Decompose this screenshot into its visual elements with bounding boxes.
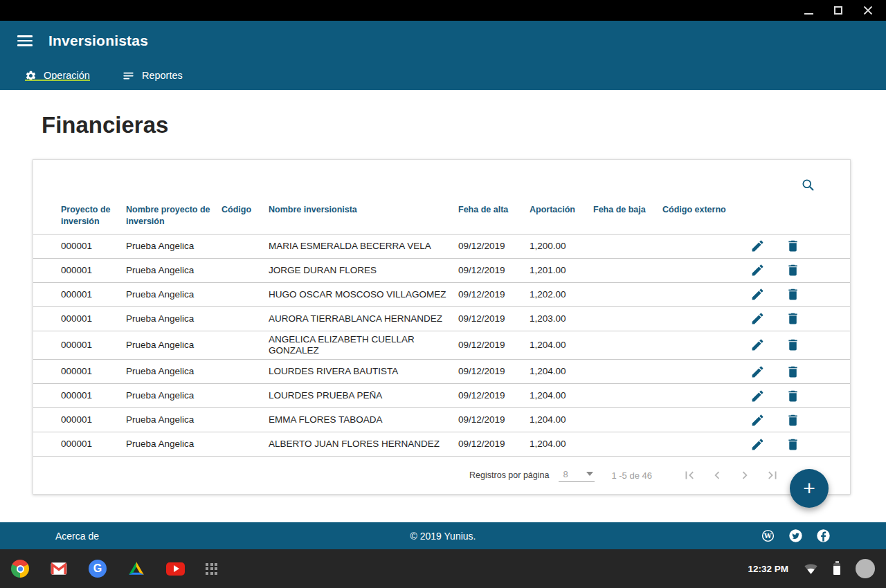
wordpress-icon: W xyxy=(761,529,775,543)
cell-inversionista: MARIA ESMERALDA BECERRA VELA xyxy=(269,241,458,252)
minimize-button[interactable] xyxy=(803,5,814,16)
about-link[interactable]: Acerca de xyxy=(55,531,99,542)
chrome-icon[interactable] xyxy=(11,560,29,578)
cell-nombre-proyecto: Prueba Angelica xyxy=(126,340,222,351)
cell-feha-alta: 09/12/2019 xyxy=(458,241,530,252)
delete-button[interactable] xyxy=(784,436,801,452)
edit-button[interactable] xyxy=(749,337,766,353)
google-icon[interactable]: G xyxy=(89,560,107,578)
search-button[interactable] xyxy=(801,178,815,194)
edit-button[interactable] xyxy=(749,238,766,255)
cell-proyecto: 000001 xyxy=(61,366,126,377)
cell-feha-alta: 09/12/2019 xyxy=(458,340,530,351)
cell-inversionista: LOURDES RIVERA BAUTISTA xyxy=(269,366,458,377)
cell-proyecto: 000001 xyxy=(61,414,126,425)
add-button[interactable]: + xyxy=(790,469,829,508)
pencil-icon xyxy=(750,239,765,253)
cell-inversionista: ANGELICA ELIZABETH CUELLAR GONZALEZ xyxy=(269,334,458,356)
cell-aportacion: 1,204.00 xyxy=(530,414,593,425)
system-tray[interactable]: 12:32 PM xyxy=(748,559,875,578)
trash-icon xyxy=(786,239,800,253)
apps-grid-icon[interactable] xyxy=(206,563,217,575)
cell-proyecto: 000001 xyxy=(61,390,126,401)
facebook-link[interactable] xyxy=(816,529,831,543)
edit-button[interactable] xyxy=(749,412,766,428)
cell-aportacion: 1,201.00 xyxy=(530,265,593,276)
page-size-select[interactable]: 8 xyxy=(559,469,595,482)
edit-button[interactable] xyxy=(749,286,766,303)
close-icon xyxy=(863,6,873,15)
twitter-link[interactable] xyxy=(788,529,803,543)
menu-icon[interactable] xyxy=(17,35,33,46)
trash-icon xyxy=(786,287,800,302)
first-page-button[interactable] xyxy=(681,467,698,484)
table-header-cell: Código xyxy=(222,204,269,216)
table-row: 000001 Prueba Angelica JORGE DURAN FLORE… xyxy=(33,259,850,283)
social-links: W xyxy=(761,529,831,543)
delete-button[interactable] xyxy=(784,311,801,327)
table-header-cell: Feha de alta xyxy=(458,204,530,216)
table-row: 000001 Prueba Angelica HUGO OSCAR MOSCOS… xyxy=(33,283,850,307)
table-row: 000001 Prueba Angelica ALBERTO JUAN FLOR… xyxy=(33,432,850,457)
cell-proyecto: 000001 xyxy=(61,439,126,450)
next-page-button[interactable] xyxy=(736,467,753,484)
cell-feha-alta: 09/12/2019 xyxy=(458,265,530,276)
pencil-icon xyxy=(750,263,765,277)
minimize-icon xyxy=(804,13,813,15)
cell-aportacion: 1,203.00 xyxy=(530,313,593,324)
edit-button[interactable] xyxy=(749,436,766,452)
maximize-icon xyxy=(834,6,842,15)
table-header-cell: Proyecto de inversión xyxy=(61,204,126,228)
page-size-value: 8 xyxy=(563,469,568,479)
prev-page-button[interactable] xyxy=(709,467,725,484)
table-row: 000001 Prueba Angelica EMMA FLORES TABOA… xyxy=(33,408,850,432)
cell-proyecto: 000001 xyxy=(61,241,126,252)
table-row: 000001 Prueba Angelica ANGELICA ELIZABET… xyxy=(33,331,850,360)
youtube-icon[interactable] xyxy=(166,562,185,576)
cell-inversionista: JORGE DURAN FLORES xyxy=(269,265,458,276)
pagination-bar: Registros por página 8 1 -5 de 46 xyxy=(33,457,850,494)
delete-button[interactable] xyxy=(784,286,801,303)
gmail-icon[interactable] xyxy=(50,560,68,578)
table-header-cell: Aportación xyxy=(530,204,593,216)
last-page-button[interactable] xyxy=(764,467,781,484)
pencil-icon xyxy=(750,311,765,326)
chromeos-screen: Inversionistas Operación Reportes Financ… xyxy=(0,0,886,588)
cell-feha-alta: 09/12/2019 xyxy=(458,289,530,300)
edit-button[interactable] xyxy=(749,311,766,327)
gear-icon xyxy=(25,70,37,82)
cell-inversionista: AURORA TIERRABLANCA HERNANDEZ xyxy=(269,313,458,324)
delete-button[interactable] xyxy=(784,262,801,279)
edit-button[interactable] xyxy=(749,363,766,380)
delete-button[interactable] xyxy=(784,363,801,380)
close-button[interactable] xyxy=(862,5,874,16)
tab-reportes[interactable]: Reportes xyxy=(122,61,183,90)
cell-aportacion: 1,204.00 xyxy=(530,340,593,351)
tab-label: Reportes xyxy=(142,70,183,81)
cell-proyecto: 000001 xyxy=(61,265,126,276)
maximize-button[interactable] xyxy=(833,5,844,16)
tab-bar: Operación Reportes xyxy=(0,61,886,90)
window-titlebar xyxy=(0,0,886,21)
cell-feha-alta: 09/12/2019 xyxy=(458,439,530,450)
trash-icon xyxy=(786,338,800,352)
tab-operacion[interactable]: Operación xyxy=(25,61,90,90)
delete-button[interactable] xyxy=(784,238,801,255)
first-page-icon xyxy=(682,468,697,483)
rows-per-page-label: Registros por página xyxy=(469,470,549,480)
twitter-icon xyxy=(788,529,803,543)
cell-inversionista: HUGO OSCAR MOSCOSO VILLAGOMEZ xyxy=(269,289,458,300)
cell-feha-alta: 09/12/2019 xyxy=(458,414,530,425)
drive-icon[interactable] xyxy=(127,560,145,578)
wordpress-link[interactable]: W xyxy=(761,529,775,543)
trash-icon xyxy=(786,263,800,277)
wifi-icon xyxy=(804,562,818,576)
edit-button[interactable] xyxy=(749,262,766,279)
delete-button[interactable] xyxy=(784,387,801,404)
account-avatar[interactable] xyxy=(856,559,875,578)
delete-button[interactable] xyxy=(784,337,801,353)
cell-aportacion: 1,204.00 xyxy=(530,439,593,450)
delete-button[interactable] xyxy=(784,412,801,428)
edit-button[interactable] xyxy=(749,387,766,404)
cell-nombre-proyecto: Prueba Angelica xyxy=(126,313,222,324)
